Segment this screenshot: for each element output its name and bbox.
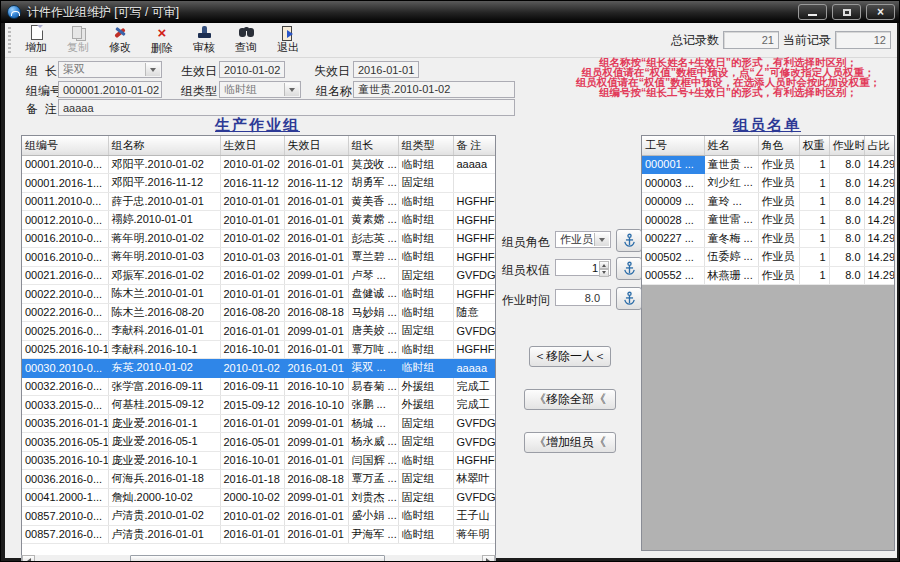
table-cell[interactable]: 2099-01-01 [284,488,348,507]
column-header[interactable]: 失效日 [284,136,348,155]
table-cell[interactable]: 00035.2016-10-1 [22,451,108,470]
table-cell[interactable]: 完成工 [453,377,495,396]
exit-button[interactable]: 退出 [268,24,308,56]
table-cell[interactable]: 1 [799,211,829,230]
table-cell[interactable]: 童世贵 ... [704,155,758,174]
chevron-down-icon[interactable] [284,83,299,96]
table-cell[interactable]: 盛小娟 ... [348,507,398,526]
table-cell[interactable]: 临时组 [398,192,453,211]
spin-up-icon[interactable] [599,261,609,269]
table-cell[interactable]: 2016-01-01 [284,211,348,230]
table-cell[interactable]: 临时组 [398,155,453,174]
table-cell[interactable]: 2016-01-01 [284,192,348,211]
table-cell[interactable]: 2010-01-02 [220,155,284,174]
table-cell[interactable]: 2099-01-01 [284,266,348,285]
table-cell[interactable]: 2016-11-12 [284,174,348,193]
table-cell[interactable]: 2016-01-18 [220,470,284,489]
table-cell[interactable]: 2016-01-01 [284,507,348,526]
apply-weight-button[interactable] [616,257,642,280]
table-cell[interactable]: 童冬梅 ... [704,229,758,248]
table-cell[interactable]: 临时组 [398,507,453,526]
scrollbar-thumb[interactable] [130,555,385,562]
table-cell[interactable]: 2016-01-01 [284,525,348,544]
title-bar[interactable]: 计件作业组维护 [可写 / 可审] × [1,1,900,23]
table-cell[interactable]: 14.29 [864,155,895,174]
table-cell[interactable]: 固定组 [398,266,453,285]
add-button[interactable]: 增加 [16,24,56,56]
table-row[interactable]: 00035.2016-10-1庞业爱.2016-10-12016-10-0120… [22,451,495,470]
table-cell[interactable]: 00857.2016-0... [22,525,108,544]
table-cell[interactable]: 邓阳平.2016-11-12 [108,174,220,193]
table-row[interactable]: 00001.2016-1...邓阳平.2016-11-122016-11-122… [22,174,495,193]
table-cell[interactable]: 2016-10-10 [284,396,348,415]
table-cell[interactable]: 随意 [453,303,495,322]
table-cell[interactable]: 1 [799,266,829,285]
table-row[interactable]: 00857.2010-0...卢清贵.2010-01-022010-01-022… [22,507,495,526]
table-cell[interactable]: 外援组 [398,396,453,415]
table-cell[interactable]: 临时组 [398,525,453,544]
table-row[interactable]: 000227 ...童冬梅 ...作业员18.014.29 [642,229,895,248]
table-cell[interactable]: 2016-01-01 [284,155,348,174]
table-cell[interactable]: 00022.2010-0... [22,285,108,304]
table-cell[interactable]: 唐美姣 ... [348,322,398,341]
table-row[interactable]: 00030.2010-0...东英.2010-01-022010-01-0220… [22,359,495,378]
table-cell[interactable]: 00001.2016-1... [22,174,108,193]
table-row[interactable]: 00036.2016-0...何海兵.2016-01-182016-01-182… [22,470,495,489]
table-cell[interactable]: 1 [799,192,829,211]
table-row[interactable]: 000009 ...童玲 ...作业员18.014.29 [642,192,895,211]
table-cell[interactable]: 林燕珊 ... [704,266,758,285]
table-cell[interactable]: 固定组 [398,322,453,341]
table-cell[interactable]: 2015-09-12 [220,396,284,415]
table-cell[interactable]: 8.0 [829,192,864,211]
table-cell[interactable]: 固定组 [398,470,453,489]
table-row[interactable]: 00857.2016-0...卢清贵.2016-01-012016-01-012… [22,525,495,544]
table-cell[interactable]: 何基桂.2015-09-12 [108,396,220,415]
table-cell[interactable]: 卢琴 ... [348,266,398,285]
table-cell[interactable]: 00016.2010-0... [22,229,108,248]
table-cell[interactable]: 张鹏 ... [348,396,398,415]
table-cell[interactable]: 邓阳平.2010-01-02 [108,155,220,174]
table-cell[interactable]: aaaaa [453,155,495,174]
table-cell[interactable]: 8.0 [829,211,864,230]
table-cell[interactable]: HGFHFG [453,248,495,267]
column-header[interactable]: 权重 [799,136,829,155]
table-cell[interactable]: 林翠叶 [453,470,495,489]
table-cell[interactable]: 庞业爱.2016-01-1 [108,414,220,433]
table-cell[interactable]: 00001.2010-0... [22,155,108,174]
apply-time-button[interactable] [616,287,642,310]
table-row[interactable]: 00001.2010-0...邓阳平.2010-01-022010-01-022… [22,155,495,174]
table-cell[interactable]: 2016-01-01 [284,340,348,359]
table-cell[interactable]: 00012.2010-0... [22,211,108,230]
table-cell[interactable]: 2016-01-01 [284,285,348,304]
table-cell[interactable]: HGFHFG [453,451,495,470]
table-cell[interactable]: 作业员 [758,174,799,193]
table-cell[interactable]: 2016-01-02 [220,266,284,285]
table-cell[interactable]: 000001 ... [642,155,704,174]
table-cell[interactable]: 覃兰碧 ... [348,248,398,267]
table-cell[interactable]: 何海兵.2016-01-18 [108,470,220,489]
table-cell[interactable]: 000028 ... [642,211,704,230]
table-cell[interactable]: 临时组 [398,359,453,378]
table-row[interactable]: 00012.2010-0...禤婷.2010-01-012010-01-0120… [22,211,495,230]
table-cell[interactable]: 8.0 [829,266,864,285]
table-cell[interactable]: 蒋年明.2010-01-03 [108,248,220,267]
table-cell[interactable]: 2099-01-01 [284,414,348,433]
add-member-button[interactable]: 《增加组员《 [524,432,616,453]
table-cell[interactable]: 渠双 ... [348,359,398,378]
table-cell[interactable]: 固定组 [398,488,453,507]
table-cell[interactable]: 2016-01-01 [284,359,348,378]
table-cell[interactable]: 固定组 [398,174,453,193]
table-cell[interactable]: 外援组 [398,377,453,396]
table-row[interactable]: 000552 ...林燕珊 ...作业员18.014.29 [642,266,895,285]
group-type-combo[interactable]: 临时组 [219,81,301,98]
minimize-button[interactable] [798,4,827,20]
remove-one-button[interactable]: ＜移除一人＜ [529,346,611,367]
table-cell[interactable]: 庞业爱.2016-10-1 [108,451,220,470]
table-cell[interactable]: 14.29 [864,174,895,193]
column-header[interactable]: 工号 [642,136,704,155]
column-header[interactable]: 作业时 [829,136,864,155]
table-cell[interactable]: 1 [799,155,829,174]
column-header[interactable]: 组名称 [108,136,220,155]
table-cell[interactable]: 2010-01-02 [220,229,284,248]
table-row[interactable]: 000001 ...童世贵 ...作业员18.014.29 [642,155,895,174]
